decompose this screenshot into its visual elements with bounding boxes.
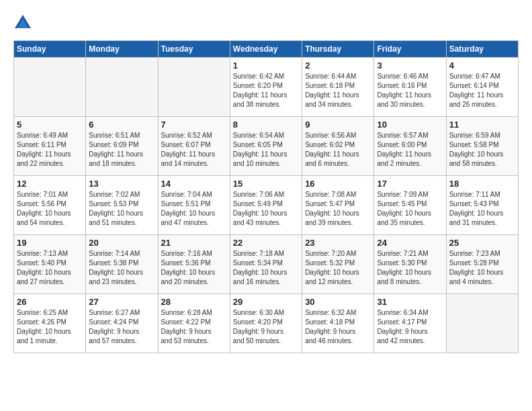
- day-info: Sunrise: 7:02 AM Sunset: 5:53 PM Dayligh…: [89, 190, 154, 228]
- day-info: Sunrise: 7:08 AM Sunset: 5:47 PM Dayligh…: [305, 190, 371, 228]
- weekday-header-sunday: Sunday: [14, 41, 86, 58]
- calendar-cell: 7Sunrise: 6:52 AM Sunset: 6:07 PM Daylig…: [158, 117, 230, 176]
- weekday-header-row: SundayMondayTuesdayWednesdayThursdayFrid…: [14, 41, 519, 58]
- calendar-cell: 3Sunrise: 6:46 AM Sunset: 6:16 PM Daylig…: [374, 58, 446, 117]
- day-info: Sunrise: 7:13 AM Sunset: 5:40 PM Dayligh…: [17, 249, 83, 287]
- day-number: 26: [17, 297, 83, 307]
- day-number: 4: [449, 60, 515, 71]
- calendar-cell: 27Sunrise: 6:27 AM Sunset: 4:24 PM Dayli…: [86, 294, 158, 353]
- day-number: 8: [233, 120, 299, 130]
- day-info: Sunrise: 7:04 AM Sunset: 5:51 PM Dayligh…: [161, 190, 227, 228]
- calendar-cell: 14Sunrise: 7:04 AM Sunset: 5:51 PM Dayli…: [158, 176, 230, 235]
- calendar-cell: [14, 58, 86, 117]
- calendar-cell: 9Sunrise: 6:56 AM Sunset: 6:02 PM Daylig…: [302, 117, 374, 176]
- calendar-cell: 8Sunrise: 6:54 AM Sunset: 6:05 PM Daylig…: [230, 117, 302, 176]
- calendar-cell: 12Sunrise: 7:01 AM Sunset: 5:56 PM Dayli…: [14, 176, 86, 235]
- calendar-cell: 2Sunrise: 6:44 AM Sunset: 6:18 PM Daylig…: [302, 58, 374, 117]
- day-number: 24: [377, 238, 443, 248]
- calendar-cell: 13Sunrise: 7:02 AM Sunset: 5:53 PM Dayli…: [86, 176, 158, 235]
- day-number: 16: [305, 179, 371, 189]
- day-number: 30: [305, 297, 371, 307]
- day-info: Sunrise: 6:49 AM Sunset: 6:11 PM Dayligh…: [17, 131, 83, 169]
- day-number: 12: [17, 179, 83, 189]
- day-number: 5: [17, 120, 83, 130]
- calendar-cell: 26Sunrise: 6:25 AM Sunset: 4:26 PM Dayli…: [14, 294, 86, 353]
- calendar-cell: 11Sunrise: 6:59 AM Sunset: 5:58 PM Dayli…: [446, 117, 518, 176]
- day-number: 27: [89, 297, 154, 307]
- calendar-cell: 6Sunrise: 6:51 AM Sunset: 6:09 PM Daylig…: [86, 117, 158, 176]
- day-number: 23: [305, 238, 371, 248]
- day-info: Sunrise: 6:32 AM Sunset: 4:18 PM Dayligh…: [305, 308, 371, 346]
- weekday-header-monday: Monday: [86, 41, 158, 58]
- day-info: Sunrise: 6:54 AM Sunset: 6:05 PM Dayligh…: [233, 131, 299, 169]
- calendar-cell: [158, 58, 230, 117]
- calendar-cell: 4Sunrise: 6:47 AM Sunset: 6:14 PM Daylig…: [446, 58, 518, 117]
- day-number: 19: [17, 238, 83, 248]
- day-number: 17: [377, 179, 443, 189]
- calendar-week-row: 19Sunrise: 7:13 AM Sunset: 5:40 PM Dayli…: [14, 235, 519, 294]
- calendar-cell: 16Sunrise: 7:08 AM Sunset: 5:47 PM Dayli…: [302, 176, 374, 235]
- day-number: 29: [233, 297, 299, 307]
- calendar-week-row: 12Sunrise: 7:01 AM Sunset: 5:56 PM Dayli…: [14, 176, 519, 235]
- day-number: 10: [377, 120, 443, 130]
- day-number: 13: [89, 179, 154, 189]
- day-info: Sunrise: 7:14 AM Sunset: 5:38 PM Dayligh…: [89, 249, 154, 287]
- day-number: 14: [161, 179, 227, 189]
- day-number: 25: [449, 238, 515, 248]
- day-info: Sunrise: 6:47 AM Sunset: 6:14 PM Dayligh…: [449, 72, 515, 109]
- day-number: 1: [233, 60, 299, 71]
- calendar-cell: 28Sunrise: 6:28 AM Sunset: 4:22 PM Dayli…: [158, 294, 230, 353]
- day-info: Sunrise: 6:34 AM Sunset: 4:17 PM Dayligh…: [377, 308, 443, 346]
- day-number: 2: [305, 60, 371, 71]
- day-info: Sunrise: 6:52 AM Sunset: 6:07 PM Dayligh…: [161, 131, 227, 169]
- calendar-cell: 10Sunrise: 6:57 AM Sunset: 6:00 PM Dayli…: [374, 117, 446, 176]
- page: SundayMondayTuesdayWednesdayThursdayFrid…: [0, 0, 532, 360]
- calendar-cell: 20Sunrise: 7:14 AM Sunset: 5:38 PM Dayli…: [86, 235, 158, 294]
- day-info: Sunrise: 6:25 AM Sunset: 4:26 PM Dayligh…: [17, 308, 83, 346]
- day-number: 28: [161, 297, 227, 307]
- day-info: Sunrise: 6:27 AM Sunset: 4:24 PM Dayligh…: [89, 308, 154, 346]
- calendar-cell: 15Sunrise: 7:06 AM Sunset: 5:49 PM Dayli…: [230, 176, 302, 235]
- calendar-cell: [446, 294, 518, 353]
- day-number: 21: [161, 238, 227, 248]
- day-number: 20: [89, 238, 154, 248]
- calendar-week-row: 5Sunrise: 6:49 AM Sunset: 6:11 PM Daylig…: [14, 117, 519, 176]
- day-info: Sunrise: 6:57 AM Sunset: 6:00 PM Dayligh…: [377, 131, 443, 169]
- weekday-header-tuesday: Tuesday: [158, 41, 230, 58]
- day-info: Sunrise: 7:16 AM Sunset: 5:36 PM Dayligh…: [161, 249, 227, 287]
- calendar: SundayMondayTuesdayWednesdayThursdayFrid…: [13, 40, 519, 353]
- day-info: Sunrise: 7:21 AM Sunset: 5:30 PM Dayligh…: [377, 249, 443, 287]
- day-info: Sunrise: 7:09 AM Sunset: 5:45 PM Dayligh…: [377, 190, 443, 228]
- calendar-cell: 22Sunrise: 7:18 AM Sunset: 5:34 PM Dayli…: [230, 235, 302, 294]
- day-number: 31: [377, 297, 443, 307]
- day-info: Sunrise: 7:18 AM Sunset: 5:34 PM Dayligh…: [233, 249, 299, 287]
- calendar-cell: [86, 58, 158, 117]
- day-info: Sunrise: 6:30 AM Sunset: 4:20 PM Dayligh…: [233, 308, 299, 346]
- day-number: 7: [161, 120, 227, 130]
- weekday-header-saturday: Saturday: [446, 41, 518, 58]
- calendar-week-row: 26Sunrise: 6:25 AM Sunset: 4:26 PM Dayli…: [14, 294, 519, 353]
- day-number: 15: [233, 179, 299, 189]
- day-number: 11: [449, 120, 515, 130]
- weekday-header-thursday: Thursday: [302, 41, 374, 58]
- day-number: 3: [377, 60, 443, 71]
- day-info: Sunrise: 6:46 AM Sunset: 6:16 PM Dayligh…: [377, 72, 443, 109]
- day-info: Sunrise: 6:59 AM Sunset: 5:58 PM Dayligh…: [449, 131, 515, 169]
- calendar-cell: 19Sunrise: 7:13 AM Sunset: 5:40 PM Dayli…: [14, 235, 86, 294]
- weekday-header-wednesday: Wednesday: [230, 41, 302, 58]
- calendar-cell: 5Sunrise: 6:49 AM Sunset: 6:11 PM Daylig…: [14, 117, 86, 176]
- weekday-header-friday: Friday: [374, 41, 446, 58]
- day-info: Sunrise: 6:44 AM Sunset: 6:18 PM Dayligh…: [305, 72, 371, 109]
- calendar-cell: 31Sunrise: 6:34 AM Sunset: 4:17 PM Dayli…: [374, 294, 446, 353]
- calendar-cell: 24Sunrise: 7:21 AM Sunset: 5:30 PM Dayli…: [374, 235, 446, 294]
- day-number: 18: [449, 179, 515, 189]
- calendar-cell: 29Sunrise: 6:30 AM Sunset: 4:20 PM Dayli…: [230, 294, 302, 353]
- day-info: Sunrise: 6:28 AM Sunset: 4:22 PM Dayligh…: [161, 308, 227, 346]
- day-info: Sunrise: 6:42 AM Sunset: 6:20 PM Dayligh…: [233, 72, 299, 109]
- calendar-cell: 23Sunrise: 7:20 AM Sunset: 5:32 PM Dayli…: [302, 235, 374, 294]
- day-number: 9: [305, 120, 371, 130]
- logo: [13, 13, 35, 32]
- calendar-cell: 30Sunrise: 6:32 AM Sunset: 4:18 PM Dayli…: [302, 294, 374, 353]
- day-info: Sunrise: 7:20 AM Sunset: 5:32 PM Dayligh…: [305, 249, 371, 287]
- day-info: Sunrise: 6:56 AM Sunset: 6:02 PM Dayligh…: [305, 131, 371, 169]
